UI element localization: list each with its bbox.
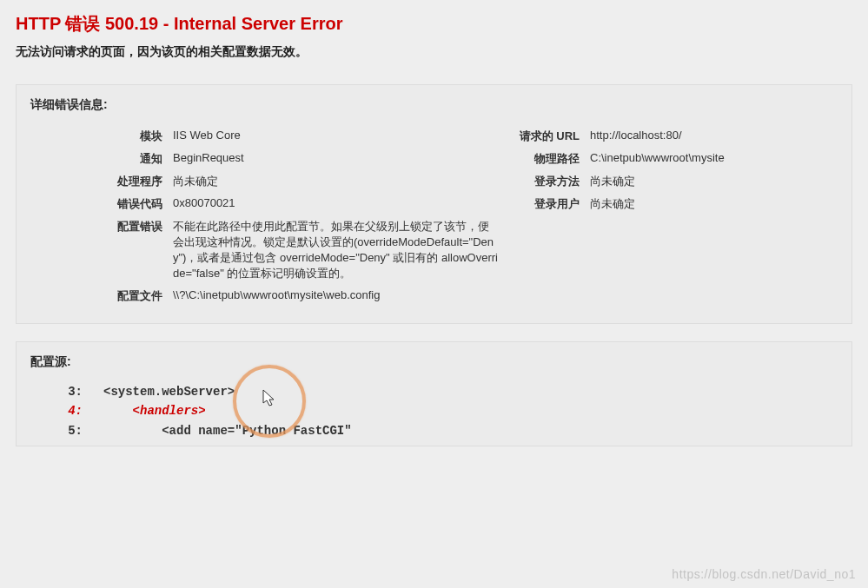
row-module: 模块 IIS Web Core bbox=[30, 125, 500, 148]
row-loguser: 登录用户 尚未确定 bbox=[500, 193, 838, 215]
logon-value: 尚未确定 bbox=[588, 170, 838, 193]
page-title: HTTP 错误 500.19 - Internal Server Error bbox=[16, 12, 852, 36]
code-line: 5: <add name="Python FastCGI" bbox=[30, 421, 838, 440]
row-logon: 登录方法 尚未确定 bbox=[500, 170, 838, 193]
code-line: 3:<system.webServer> bbox=[30, 382, 838, 401]
requrl-value: http://localhost:80/ bbox=[588, 125, 838, 148]
physpath-label: 物理路径 bbox=[500, 148, 588, 170]
config-source-code: 3:<system.webServer>4: <handlers>5: <add… bbox=[30, 382, 838, 440]
row-requrl: 请求的 URL http://localhost:80/ bbox=[500, 125, 838, 148]
details-right-table: 请求的 URL http://localhost:80/ 物理路径 C:\ine… bbox=[500, 125, 838, 215]
notification-value: BeginRequest bbox=[171, 148, 500, 170]
row-notification: 通知 BeginRequest bbox=[30, 148, 500, 170]
errcode-value: 0x80070021 bbox=[171, 193, 500, 215]
config-source-panel: 配置源: 3:<system.webServer>4: <handlers>5:… bbox=[16, 341, 852, 446]
loguser-value: 尚未确定 bbox=[588, 193, 838, 215]
row-cfgerr: 配置错误 不能在此路径中使用此配置节。如果在父级别上锁定了该节，便会出现这种情况… bbox=[30, 215, 500, 285]
physpath-value: C:\inetpub\wwwroot\mysite bbox=[588, 148, 838, 170]
line-number: 3: bbox=[30, 382, 103, 401]
details-left-table: 模块 IIS Web Core 通知 BeginRequest 处理程序 尚未确… bbox=[30, 125, 500, 307]
details-heading: 详细错误信息: bbox=[30, 97, 838, 113]
code-text: <add name="Python FastCGI" bbox=[103, 421, 352, 440]
code-line: 4: <handlers> bbox=[30, 401, 838, 420]
cfgfile-value: \\?\C:\inetpub\wwwroot\mysite\web.config bbox=[171, 285, 500, 307]
config-source-heading: 配置源: bbox=[30, 354, 838, 370]
module-value: IIS Web Core bbox=[171, 125, 500, 148]
requrl-label: 请求的 URL bbox=[500, 125, 588, 148]
errcode-label: 错误代码 bbox=[30, 193, 171, 215]
code-text: <handlers> bbox=[103, 401, 206, 420]
cfgerr-label: 配置错误 bbox=[30, 215, 171, 285]
line-number: 4: bbox=[30, 401, 103, 420]
loguser-label: 登录用户 bbox=[500, 193, 588, 215]
cfgerr-value: 不能在此路径中使用此配置节。如果在父级别上锁定了该节，便会出现这种情况。锁定是默… bbox=[171, 215, 500, 285]
handler-value: 尚未确定 bbox=[171, 170, 500, 193]
row-errcode: 错误代码 0x80070021 bbox=[30, 193, 500, 215]
page-subtitle: 无法访问请求的页面，因为该页的相关配置数据无效。 bbox=[16, 44, 852, 60]
code-text: <system.webServer> bbox=[103, 382, 235, 401]
handler-label: 处理程序 bbox=[30, 170, 171, 193]
watermark-text: https://blog.csdn.net/David_no1 bbox=[672, 567, 856, 581]
details-panel: 详细错误信息: 模块 IIS Web Core 通知 BeginRequest … bbox=[16, 84, 852, 324]
row-physpath: 物理路径 C:\inetpub\wwwroot\mysite bbox=[500, 148, 838, 170]
logon-label: 登录方法 bbox=[500, 170, 588, 193]
cfgfile-label: 配置文件 bbox=[30, 285, 171, 307]
row-handler: 处理程序 尚未确定 bbox=[30, 170, 500, 193]
notification-label: 通知 bbox=[30, 148, 171, 170]
line-number: 5: bbox=[30, 421, 103, 440]
row-cfgfile: 配置文件 \\?\C:\inetpub\wwwroot\mysite\web.c… bbox=[30, 285, 500, 307]
module-label: 模块 bbox=[30, 125, 171, 148]
